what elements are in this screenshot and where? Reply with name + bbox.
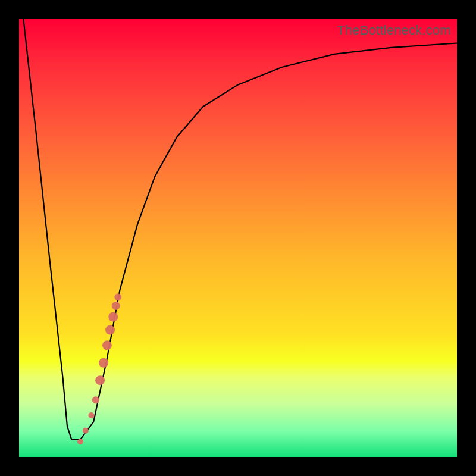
segment-marker	[99, 358, 108, 368]
bottleneck-curve	[23, 19, 457, 440]
segment-marker	[105, 325, 115, 335]
segment-marker	[92, 396, 99, 403]
chart-frame: TheBottleneck.com	[0, 0, 476, 476]
segment-marker	[95, 375, 105, 385]
chart-plot-area: TheBottleneck.com	[19, 19, 457, 457]
segment-marker	[83, 428, 89, 434]
segment-marker	[112, 302, 120, 310]
segment-marker	[102, 340, 112, 350]
segment-marker	[77, 439, 83, 444]
chart-svg	[19, 19, 457, 457]
segment-marker	[114, 293, 121, 300]
segment-marker	[108, 312, 118, 321]
segment-marker	[88, 412, 94, 418]
